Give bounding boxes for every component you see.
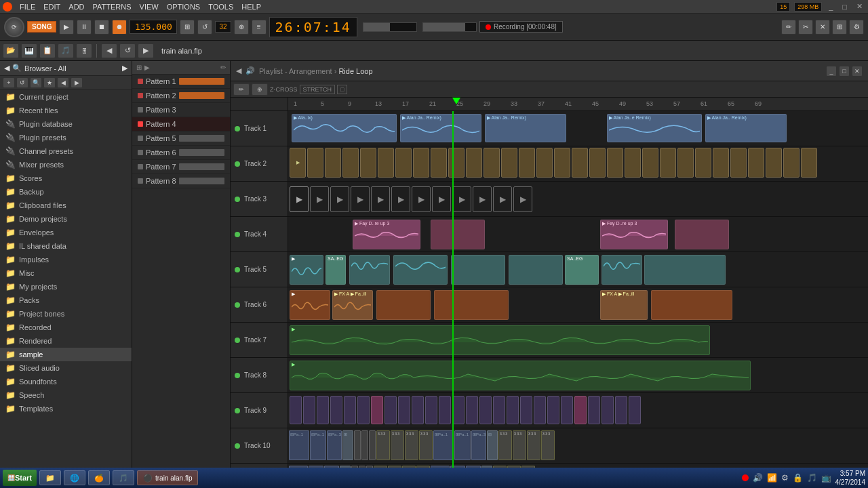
clip-pattern[interactable] (547, 396, 559, 424)
sidebar-item-templates[interactable]: 📁 Templates (0, 402, 132, 415)
clip-pattern[interactable] (479, 396, 492, 424)
browser-nav-next[interactable]: ▶ (138, 43, 154, 58)
clip-arrow[interactable]: ▶ (310, 186, 329, 212)
sidebar-item-plugin-database[interactable]: 🔌 Plugin database (0, 117, 132, 131)
clip-pattern[interactable] (371, 396, 383, 424)
pattern-item-6[interactable]: Pattern 6 (132, 146, 230, 160)
clip-arrow[interactable]: ▶ (473, 186, 492, 212)
clip-arrow[interactable]: ▶ (391, 186, 410, 212)
song-mode-btn[interactable]: SONG (27, 21, 56, 33)
clip-pattern[interactable] (384, 396, 397, 424)
pattern-item-7[interactable]: Pattern 7 (132, 160, 230, 174)
snap-toggle[interactable]: □ (337, 85, 347, 94)
clip-sm[interactable]: ⊞ (342, 430, 353, 460)
clip-block[interactable] (451, 255, 505, 285)
pencil-icon[interactable]: ✏ (781, 20, 796, 35)
clip-pattern[interactable]: ▶ (290, 148, 306, 178)
track-5-content[interactable]: ▶ SA..EG (288, 252, 868, 287)
clip-sm[interactable]: 3 3 3 (541, 430, 555, 460)
clip-pattern[interactable] (412, 396, 424, 424)
stretch-toggle[interactable]: STRETCH (300, 85, 336, 94)
clip-pattern[interactable] (395, 148, 412, 178)
track-6-content[interactable]: ▶ ▶ FX A ▶ Fa..ill ▶ FX A ▶ Fa..ill (288, 287, 868, 322)
track-9-content[interactable] (288, 393, 868, 428)
menu-patterns[interactable]: PATTERNS (90, 3, 135, 11)
playlist-ruler[interactable]: 1 5 9 13 17 21 25 29 33 37 41 45 49 53 5… (231, 98, 868, 111)
clip-arrow[interactable]: ▶ (493, 186, 512, 212)
track-9-label[interactable]: Track 9 (231, 393, 288, 428)
clip-pattern[interactable] (342, 148, 359, 178)
taskbar-fruity[interactable]: 🍊 (88, 470, 110, 485)
clip-arrow[interactable]: ▶ (330, 186, 349, 212)
mixer-open-btn[interactable]: 🎚 (76, 43, 92, 58)
clip-block[interactable]: ▶ (290, 325, 710, 355)
clip-block[interactable] (431, 220, 485, 249)
play-btn[interactable]: ▶ (59, 20, 74, 35)
clip-pattern[interactable] (501, 148, 517, 178)
clip-pattern[interactable] (730, 148, 747, 178)
browser-refresh[interactable]: ↺ (119, 43, 136, 58)
menu-view[interactable]: VIEW (136, 3, 162, 11)
record-btn[interactable]: ⏺ (112, 20, 127, 35)
sidebar-back-btn[interactable]: ◀ (4, 64, 9, 73)
sidebar-item-scores[interactable]: 📁 Scores (0, 171, 132, 185)
menu-help[interactable]: HELP (238, 3, 264, 11)
sidebar-item-packs[interactable]: 📁 Packs (0, 293, 132, 307)
clip-pattern[interactable] (431, 148, 447, 178)
clip-sm[interactable]: ⊞Pa..3 (471, 430, 486, 460)
track-8-content[interactable]: ▶ (288, 358, 868, 392)
clip-sm[interactable]: 3 3 3 (498, 430, 512, 460)
mixer-btn[interactable]: ≡ (252, 20, 267, 35)
clip-pattern[interactable] (303, 396, 315, 424)
clip-block[interactable]: ▶ FX A ▶ Fa..ill (332, 290, 373, 320)
track-1-label[interactable]: Track 1 (231, 111, 288, 146)
clip-sm[interactable]: 3 3 3 (527, 430, 540, 460)
sidebar-item-sample[interactable]: 📁 sample (0, 348, 132, 361)
clip-pattern[interactable] (766, 148, 782, 178)
track-7-label[interactable]: Track 7 (231, 323, 288, 357)
clip-sm[interactable]: 3 3 3 (419, 430, 433, 460)
sidebar-item-rendered[interactable]: 📁 Rendered (0, 334, 132, 348)
clip-block[interactable] (349, 255, 390, 285)
clip-sm[interactable]: ⊞Pa..1 (454, 430, 471, 460)
clip-pattern[interactable] (519, 148, 535, 178)
sidebar-item-impulses[interactable]: 📁 Impulses (0, 253, 132, 266)
clip-block[interactable] (509, 255, 563, 285)
clip-block[interactable]: ▶ FX A ▶ Fa..ill (600, 290, 648, 320)
browser-toggle-btn[interactable]: 📂 (3, 43, 19, 58)
sidebar-item-misc[interactable]: 📁 Misc (0, 266, 132, 280)
clip-pattern[interactable] (493, 396, 505, 424)
clip-pattern[interactable] (554, 148, 570, 178)
minimize-btn[interactable]: _ (826, 3, 835, 11)
menu-add[interactable]: ADD (65, 3, 87, 11)
track-4-content[interactable]: ▶ Fay D..re up 3 ▶ Fay D..re up 3 (288, 217, 868, 251)
taskbar-icon-2[interactable]: 📶 (767, 473, 777, 483)
clip-block[interactable]: ▶ Alan Ja.. Remix) (400, 114, 481, 142)
pattern-item-5[interactable]: Pattern 5 (132, 131, 230, 146)
clip-pattern[interactable] (357, 396, 370, 424)
clip-pattern[interactable] (536, 148, 553, 178)
clip-sm[interactable] (354, 430, 361, 460)
sidebar-item-channel-presets[interactable]: 🔌 Channel presets (0, 144, 132, 158)
scissors-icon[interactable]: ✂ (798, 20, 813, 35)
clip-pattern[interactable] (642, 148, 658, 178)
clip-block[interactable]: ▶ Fay D..re up 3 (600, 220, 668, 249)
tempo-knob[interactable]: ⟳ (4, 17, 24, 37)
clip-pattern[interactable] (589, 148, 606, 178)
taskbar-fl-studio[interactable]: ⚫ train alan.flp (137, 470, 198, 485)
sidebar-item-soundfonts[interactable]: 📁 Soundfonts (0, 375, 132, 388)
clip-block[interactable] (644, 255, 726, 285)
clip-sm[interactable]: ⊞Pa..1 (310, 430, 326, 460)
clip-arrow[interactable]: ▶ (513, 186, 532, 212)
sidebar-item-project-bones[interactable]: 📁 Project bones (0, 307, 132, 321)
clip-block[interactable] (651, 290, 732, 320)
clip-pattern[interactable] (448, 148, 465, 178)
sidebar-item-demo-projects[interactable]: 📁 Demo projects (0, 212, 132, 226)
track-5-label[interactable]: Track 5 (231, 252, 288, 287)
taskbar-icon-1[interactable]: 🔊 (753, 473, 763, 483)
clip-arrow[interactable]: ▶ (371, 186, 390, 212)
clip-sm[interactable]: 3 3 3 (376, 430, 390, 460)
track-8-label[interactable]: Track 8 (231, 358, 288, 392)
pattern-item-2[interactable]: Pattern 2 (132, 89, 230, 103)
clip-pattern[interactable] (466, 396, 478, 424)
